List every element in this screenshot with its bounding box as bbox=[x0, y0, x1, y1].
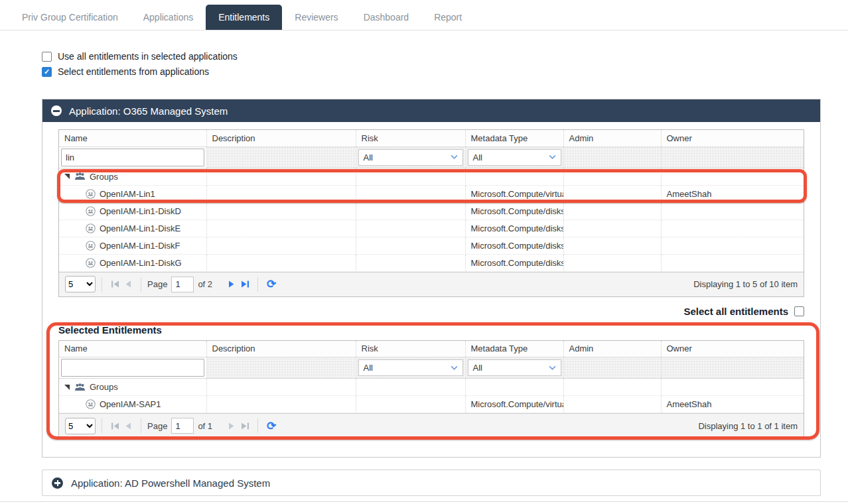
select-entitlements-checkbox[interactable]: ✓ bbox=[42, 67, 52, 77]
column-header-owner[interactable]: Owner bbox=[661, 130, 804, 147]
risk-filter-select[interactable]: All bbox=[358, 149, 463, 166]
name-filter-input[interactable] bbox=[61, 149, 204, 166]
last-page-button[interactable] bbox=[238, 419, 251, 432]
page-number-input[interactable] bbox=[171, 418, 194, 434]
application-panel-o365-title: Application: O365 Managed System bbox=[69, 105, 228, 117]
tree-group-label: Groups bbox=[90, 382, 118, 392]
expand-icon[interactable] bbox=[52, 477, 63, 489]
row-metadata-type: Microsoft.Compute/disks bbox=[465, 237, 563, 254]
column-header-metadata-type[interactable]: Metadata Type bbox=[465, 341, 563, 357]
tab-priv-group-certification[interactable]: Priv Group Certification bbox=[9, 5, 131, 30]
column-header-name[interactable]: Name bbox=[59, 130, 206, 147]
tree-collapse-icon[interactable] bbox=[64, 385, 70, 390]
first-page-button[interactable] bbox=[108, 419, 121, 432]
table-row[interactable]: OpenIAM-Lin1-DiskE Microsoft.Compute/dis… bbox=[59, 220, 804, 237]
row-name: OpenIAM-Lin1-DiskE bbox=[100, 223, 180, 233]
tab-entitlements[interactable]: Entitlements bbox=[206, 5, 282, 30]
column-header-risk[interactable]: Risk bbox=[356, 130, 465, 147]
groups-icon bbox=[74, 172, 86, 180]
column-header-description[interactable]: Description bbox=[206, 130, 356, 147]
application-panel-ad-powershell[interactable]: Application: AD Powershell Managed Syste… bbox=[42, 470, 821, 496]
page-number-input[interactable] bbox=[171, 277, 194, 292]
tree-collapse-icon[interactable] bbox=[64, 174, 70, 179]
row-owner: AmeetShah bbox=[661, 396, 804, 413]
chevron-down-icon bbox=[451, 155, 458, 160]
metadata-type-filter-select[interactable]: All bbox=[468, 149, 561, 166]
last-page-button[interactable] bbox=[238, 278, 251, 291]
row-owner: AmeetShah bbox=[661, 185, 804, 202]
application-panel-ad-powershell-title: Application: AD Powershell Managed Syste… bbox=[71, 477, 270, 489]
row-name: OpenIAM-Lin1-DiskD bbox=[100, 206, 181, 216]
row-owner bbox=[661, 237, 804, 254]
first-page-button[interactable] bbox=[108, 278, 121, 291]
tab-bar: Priv Group Certification Applications En… bbox=[0, 0, 848, 31]
displaying-status: Displaying 1 to 1 of 1 item bbox=[691, 421, 798, 431]
refresh-icon[interactable]: ⟳ bbox=[264, 418, 279, 433]
next-page-button[interactable] bbox=[225, 419, 238, 432]
description-filter-disabled bbox=[206, 147, 356, 168]
row-owner bbox=[661, 254, 804, 271]
select-all-row: Select all entitlements bbox=[58, 306, 804, 317]
row-name: OpenIAM-SAP1 bbox=[100, 399, 161, 409]
table-row[interactable]: OpenIAM-Lin1-DiskG Microsoft.Compute/dis… bbox=[59, 254, 804, 271]
column-header-risk[interactable]: Risk bbox=[356, 341, 465, 357]
tree-group-row[interactable]: Groups bbox=[59, 379, 804, 396]
application-panel-o365-header[interactable]: Application: O365 Managed System bbox=[42, 99, 820, 122]
displaying-status: Displaying 1 to 5 of 10 item bbox=[687, 279, 798, 289]
page-label: Page bbox=[147, 421, 167, 431]
page-size-select[interactable]: 5 bbox=[65, 276, 96, 292]
tab-report[interactable]: Report bbox=[421, 5, 474, 30]
name-filter-input[interactable] bbox=[61, 359, 204, 377]
page-of-label: of 2 bbox=[198, 279, 212, 289]
use-all-entitlements-checkbox[interactable] bbox=[42, 52, 52, 62]
chevron-down-icon bbox=[549, 155, 556, 160]
column-header-description[interactable]: Description bbox=[206, 341, 356, 357]
description-filter-disabled bbox=[206, 357, 356, 379]
entitlement-options: Use all entitlements in selected applica… bbox=[42, 51, 848, 77]
grid-header-row: Name Description Risk Metadata Type Admi… bbox=[59, 130, 804, 147]
select-entitlements-row: ✓ Select entitlements from applications bbox=[42, 66, 848, 77]
chevron-down-icon bbox=[451, 365, 458, 371]
refresh-icon[interactable]: ⟳ bbox=[264, 277, 279, 292]
tree-group-row[interactable]: Groups bbox=[59, 168, 804, 185]
tab-dashboard[interactable]: Dashboard bbox=[351, 5, 422, 30]
table-row[interactable]: OpenIAM-Lin1-DiskD Microsoft.Compute/dis… bbox=[59, 202, 804, 220]
entitlement-icon bbox=[86, 241, 96, 251]
tab-reviewers[interactable]: Reviewers bbox=[282, 5, 350, 30]
table-row[interactable]: OpenIAM-Lin1 Microsoft.Compute/virtualMa… bbox=[59, 185, 804, 202]
chevron-down-icon bbox=[549, 365, 556, 371]
entitlement-icon bbox=[86, 189, 96, 199]
use-all-entitlements-label: Use all entitlements in selected applica… bbox=[58, 51, 238, 62]
metadata-type-filter-select[interactable]: All bbox=[468, 359, 561, 376]
bottom-divider bbox=[0, 501, 848, 502]
grid-filter-row: All All bbox=[59, 357, 804, 379]
table-row[interactable]: OpenIAM-SAP1 Microsoft.Compute/virtualMa… bbox=[59, 396, 804, 413]
next-page-button[interactable] bbox=[225, 278, 238, 291]
entitlement-icon bbox=[86, 399, 96, 409]
row-name: OpenIAM-Lin1-DiskF bbox=[100, 241, 180, 251]
owner-filter-disabled bbox=[661, 357, 804, 379]
risk-filter-select[interactable]: All bbox=[358, 359, 463, 376]
column-header-admin[interactable]: Admin bbox=[563, 130, 661, 147]
column-header-metadata-type[interactable]: Metadata Type bbox=[465, 130, 563, 147]
metadata-type-filter-value: All bbox=[473, 153, 482, 162]
row-owner bbox=[661, 202, 804, 220]
table-row[interactable]: OpenIAM-Lin1-DiskF Microsoft.Compute/dis… bbox=[59, 237, 804, 254]
column-header-name[interactable]: Name bbox=[59, 341, 206, 357]
prev-page-button[interactable] bbox=[121, 419, 135, 432]
row-metadata-type: Microsoft.Compute/virtualMachi bbox=[465, 185, 563, 202]
grid-header-row: Name Description Risk Metadata Type Admi… bbox=[59, 341, 804, 357]
selected-grid-pager: 5 Page of 1 ⟳ Displaying 1 to 1 of 1 ite… bbox=[59, 413, 804, 438]
select-all-checkbox[interactable] bbox=[794, 306, 804, 316]
column-header-owner[interactable]: Owner bbox=[661, 341, 804, 357]
row-owner bbox=[661, 220, 804, 237]
use-all-entitlements-row: Use all entitlements in selected applica… bbox=[42, 51, 848, 62]
column-header-admin[interactable]: Admin bbox=[563, 341, 661, 357]
entitlement-icon bbox=[86, 223, 96, 233]
collapse-icon[interactable] bbox=[51, 105, 62, 116]
page-size-select[interactable]: 5 bbox=[65, 418, 96, 434]
selected-entitlements-title: Selected Entitlements bbox=[58, 324, 804, 336]
prev-page-button[interactable] bbox=[121, 278, 135, 291]
page-of-label: of 1 bbox=[198, 421, 212, 431]
tab-applications[interactable]: Applications bbox=[131, 5, 206, 30]
